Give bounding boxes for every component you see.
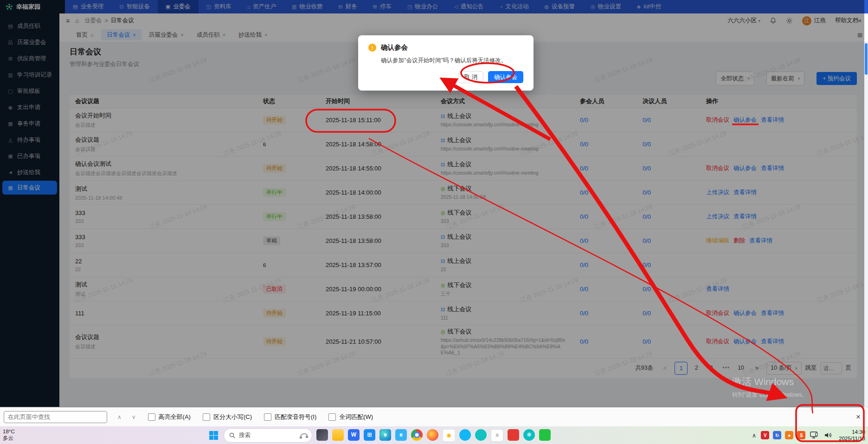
wechat-icon[interactable] (539, 429, 551, 441)
find-next-icon[interactable]: ∨ (132, 414, 136, 420)
find-option-label: 高亮全部(A) (159, 413, 191, 421)
task-view-icon[interactable] (316, 429, 328, 441)
cancel-button[interactable]: 取 消 (458, 71, 483, 83)
find-previous-icon[interactable]: ∧ (117, 414, 122, 420)
checkbox[interactable] (148, 413, 155, 421)
app-icon-glyph: ⊞ (367, 431, 372, 438)
search-placeholder: 搜索 (239, 431, 251, 439)
tray-icon-glyph: ↻ (775, 433, 779, 438)
app-icon-glyph: e (399, 431, 403, 438)
find-option-highlight-all[interactable]: 高亮全部(A) (148, 413, 191, 421)
dialog-title: 确认参会 (381, 43, 408, 52)
desktop: 幸福家园 ▤ 业务受理 ⊡ 智能设备 ▣ 业委会 ◫ 资料库 ⌂ 资产住户 (0, 0, 868, 444)
page-scrollbar[interactable] (864, 13, 868, 407)
app-grid-icon[interactable]: ⊞ (364, 429, 375, 441)
tray-expand-icon[interactable]: ∧ (752, 432, 757, 439)
wps-icon[interactable]: W (348, 429, 360, 441)
game-launcher-icon[interactable]: ◉ (443, 429, 455, 442)
start-button[interactable] (208, 430, 219, 441)
checkbox[interactable] (328, 413, 336, 421)
taskbar-time: 14:30 (839, 429, 865, 435)
find-option-label: 全词匹配(W) (339, 413, 373, 421)
find-option-label: 匹配变音符号(I) (275, 413, 316, 421)
checkbox[interactable] (264, 413, 271, 421)
app-icon-glyph: W (351, 431, 356, 438)
notes-app-icon[interactable]: ≡ (491, 429, 503, 442)
volume-icon[interactable] (824, 431, 832, 439)
tray-app-orange-icon[interactable]: ● (785, 431, 793, 439)
find-option-label: 区分大小写(C) (213, 413, 252, 421)
app-icon-glyph: ✻ (527, 431, 531, 438)
warning-icon: ! (368, 44, 376, 52)
search-highlight-image (299, 431, 309, 440)
taskbar-search-box[interactable]: 搜索 (224, 428, 312, 443)
find-option-match-diacritics[interactable]: 匹配变音符号(I) (264, 413, 316, 421)
taskbar-clock[interactable]: 14:30 2025/11/18 (839, 429, 865, 442)
search-icon (229, 432, 235, 438)
find-in-page-bar: ∧ ∨ 高亮全部(A) 区分大小写(C) 匹配变音符号(I) 全词匹配(W) × (0, 407, 868, 427)
network-icon[interactable] (810, 431, 819, 439)
teal-app-icon[interactable] (475, 429, 487, 441)
system-tray: ∧ V↻●S 14:30 2025/11/18 (752, 429, 865, 442)
chrome-icon[interactable] (411, 429, 423, 441)
confirm-attendance-dialog: ! 确认参会 确认参加"会议开始时间"吗？确认后将无法修改。 取 消 确认参会 (358, 35, 534, 91)
scrollbar-thumb[interactable] (865, 43, 868, 75)
find-close-icon[interactable]: × (856, 412, 861, 422)
find-option-match-case[interactable]: 区分大小写(C) (203, 413, 252, 421)
dialog-message: 确认参加"会议开始时间"吗？确认后将无法修改。 (381, 57, 523, 65)
find-option-whole-words[interactable]: 全词匹配(W) (328, 413, 373, 421)
firefox-icon[interactable] (427, 429, 438, 441)
qq-icon[interactable] (459, 429, 471, 441)
tray-app-blue-icon[interactable]: ↻ (773, 431, 781, 439)
dingtalk-icon[interactable]: ✻ (523, 429, 535, 441)
app-icon-glyph: ◉ (446, 432, 451, 438)
tray-app-red-icon[interactable]: V (761, 431, 769, 439)
windows-taskbar: 18°C 多云 搜索 W⊞ee◉≡✻ ∧ V↻●S 14:30 (0, 426, 868, 444)
find-input[interactable] (4, 411, 107, 423)
tray-icon-glyph: S (800, 433, 803, 438)
sogou-icon[interactable]: S (797, 431, 805, 439)
ie-icon[interactable]: e (395, 429, 407, 441)
app-icon-glyph: e (384, 431, 387, 438)
red-app-icon[interactable] (508, 429, 519, 441)
checkbox[interactable] (203, 413, 210, 421)
edge-icon[interactable]: e (379, 429, 391, 441)
app-icon-glyph: ≡ (495, 432, 499, 438)
file-explorer-icon[interactable] (332, 429, 344, 441)
tray-icon-glyph: ● (788, 433, 791, 438)
tray-icon-glyph: V (764, 433, 767, 438)
taskbar-date: 2025/11/18 (839, 435, 865, 442)
weather-widget[interactable]: 18°C 多云 (3, 428, 15, 441)
confirm-attendance-button[interactable]: 确认参会 (488, 71, 523, 83)
